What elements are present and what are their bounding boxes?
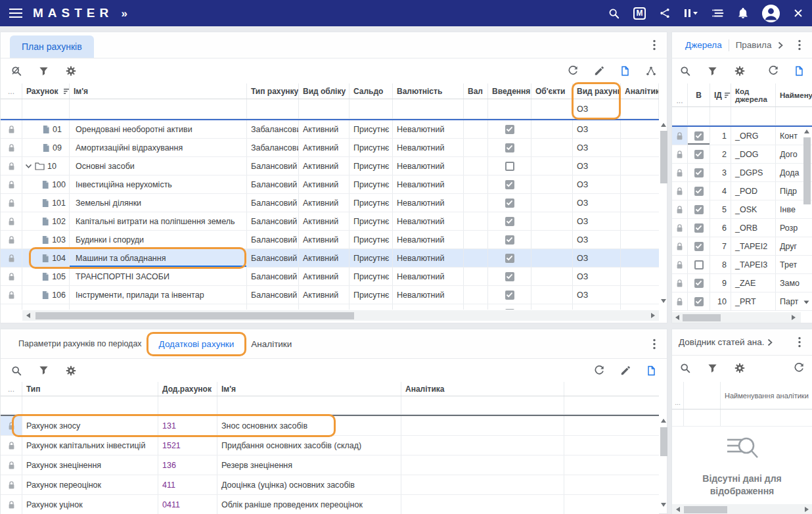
row-checkbox[interactable] — [505, 125, 514, 134]
expand-chevron-icon[interactable] — [767, 339, 773, 346]
settings-icon[interactable] — [734, 66, 745, 76]
row-checkbox[interactable] — [505, 199, 514, 208]
subaccount-type-cell[interactable]: Рахунок уцінок — [22, 495, 158, 514]
filter-cell[interactable] — [247, 99, 299, 118]
row-checkbox[interactable] — [505, 309, 514, 310]
account-row[interactable]: 104Машини та обладнанняБалансовийАктивни… — [1, 249, 659, 268]
filter-cell[interactable] — [393, 99, 464, 118]
row-checkbox[interactable] — [694, 260, 704, 269]
account-number-cell[interactable]: 107 — [22, 304, 70, 310]
h-scrollbar[interactable] — [672, 504, 812, 514]
master-badge-icon[interactable]: M — [633, 7, 646, 20]
account-name-cell[interactable]: Капітальні витрати на поліпшення земель — [70, 212, 247, 230]
refresh-icon[interactable] — [568, 66, 578, 76]
filter-cell[interactable] — [401, 396, 564, 414]
subaccount-row[interactable]: Рахунок переоцінок411Дооцінка (уцінка) о… — [1, 475, 659, 495]
account-name-cell[interactable]: Будинки і споруди — [70, 231, 247, 248]
column-header[interactable]: Тип — [22, 382, 158, 396]
enabled-cell[interactable] — [688, 200, 710, 218]
filter-icon[interactable] — [39, 365, 49, 375]
filter-icon[interactable] — [39, 66, 49, 76]
account-name-cell[interactable]: Амортизаційні відрахування — [70, 139, 247, 156]
source-row[interactable]: 10_PRTПарт — [672, 292, 812, 311]
tab-pravyla[interactable]: Правила — [729, 40, 778, 50]
row-checkbox[interactable] — [694, 205, 704, 214]
row-checkbox[interactable] — [694, 242, 704, 251]
filter-cell[interactable] — [299, 99, 350, 118]
scroll-left-arrow[interactable] — [675, 315, 679, 320]
enabled-cell[interactable] — [688, 237, 710, 255]
column-header[interactable]: Аналітика — [401, 382, 564, 396]
enabled-cell[interactable] — [688, 219, 710, 237]
entry-cell[interactable] — [488, 120, 531, 138]
filter-cell[interactable] — [710, 107, 731, 125]
scrollbar-thumb[interactable] — [684, 506, 727, 513]
refresh-icon[interactable] — [794, 363, 804, 373]
settings-icon[interactable] — [66, 365, 76, 376]
scrollbar-thumb[interactable] — [660, 131, 667, 183]
caret-down-icon[interactable] — [803, 300, 809, 304]
entry-cell[interactable] — [488, 249, 531, 267]
account-row[interactable]: 101Земельні ділянкиБалансовийАктивнийПри… — [1, 194, 659, 212]
h-scrollbar[interactable] — [22, 310, 659, 321]
more-menu-icon[interactable] — [794, 37, 805, 53]
enabled-cell[interactable] — [688, 292, 710, 310]
filter-cell[interactable] — [731, 107, 776, 125]
enabled-cell[interactable] — [688, 164, 710, 181]
row-checkbox[interactable] — [505, 254, 514, 263]
account-number-cell[interactable]: 103 — [22, 231, 70, 248]
settings-icon[interactable] — [734, 363, 745, 373]
account-name-cell[interactable]: Тварини — [70, 304, 247, 310]
column-header[interactable]: Найменування аналітики — [721, 382, 812, 409]
filter-icon[interactable] — [708, 66, 717, 76]
tab-dzherela[interactable]: Джерела — [679, 40, 729, 50]
column-header[interactable]: Вид рахунку — [573, 83, 621, 99]
filter-cell[interactable] — [350, 99, 393, 118]
filter-cell[interactable] — [672, 107, 688, 125]
scroll-left-arrow[interactable] — [26, 313, 30, 318]
filter-cell[interactable] — [1, 396, 22, 414]
column-header[interactable]: Код джерела — [731, 83, 776, 106]
row-checkbox[interactable] — [505, 272, 514, 281]
entry-cell[interactable] — [488, 304, 531, 310]
new-document-icon[interactable] — [794, 66, 804, 76]
scroll-up-arrow[interactable] — [661, 123, 666, 127]
account-row[interactable]: 105ТРАНСПОРТНІ ЗАСОБИБалансовийАктивнийП… — [1, 268, 659, 286]
subaccount-type-cell[interactable]: Рахунок капітальних інвестицій — [22, 436, 158, 455]
pause-menu-icon[interactable] — [684, 9, 698, 18]
close-icon[interactable] — [794, 9, 803, 18]
settings-icon[interactable] — [66, 66, 76, 76]
filter-cell[interactable] — [158, 396, 217, 414]
queue-icon[interactable] — [712, 9, 724, 18]
source-row[interactable]: 6_ORBРозр — [672, 219, 812, 237]
scroll-right-arrow[interactable] — [805, 507, 809, 512]
share-icon[interactable] — [660, 8, 670, 18]
filter-cell[interactable] — [531, 99, 573, 118]
filter-cell[interactable] — [22, 99, 70, 118]
entry-cell[interactable] — [488, 194, 531, 212]
more-menu-icon[interactable] — [648, 336, 660, 352]
column-header[interactable]: Сальдо — [350, 83, 393, 99]
filter-icon[interactable] — [708, 363, 717, 373]
search-icon[interactable] — [608, 8, 620, 19]
scroll-right-arrow[interactable] — [651, 313, 655, 318]
scrollbar-thumb[interactable] — [683, 314, 721, 321]
source-row[interactable]: 1_ORGКонт — [672, 127, 812, 145]
filter-cell[interactable]: ОЗ — [573, 99, 621, 118]
subaccount-type-cell[interactable]: Рахунок переоцінок — [22, 475, 158, 494]
more-menu-icon[interactable] — [648, 37, 660, 53]
tab-analityky[interactable]: Аналітики — [242, 335, 300, 354]
row-checkbox[interactable] — [505, 217, 514, 226]
menu-icon[interactable] — [9, 9, 22, 18]
column-header[interactable]: Вал — [464, 83, 488, 99]
chevron-down-icon[interactable] — [25, 164, 32, 169]
account-name-cell[interactable]: Машини та обладнання — [70, 249, 247, 267]
account-number-cell[interactable]: 105 — [22, 268, 70, 285]
refresh-icon[interactable] — [594, 365, 604, 376]
entry-cell[interactable] — [488, 268, 531, 285]
subaccount-type-cell[interactable]: Рахунок знецінення — [22, 456, 158, 475]
refresh-icon[interactable] — [768, 66, 778, 76]
row-checkbox[interactable] — [694, 168, 704, 177]
account-row[interactable]: 103Будинки і спорудиБалансовийАктивнийПр… — [1, 231, 659, 249]
source-row[interactable]: 3_DGPSДода — [672, 164, 812, 182]
